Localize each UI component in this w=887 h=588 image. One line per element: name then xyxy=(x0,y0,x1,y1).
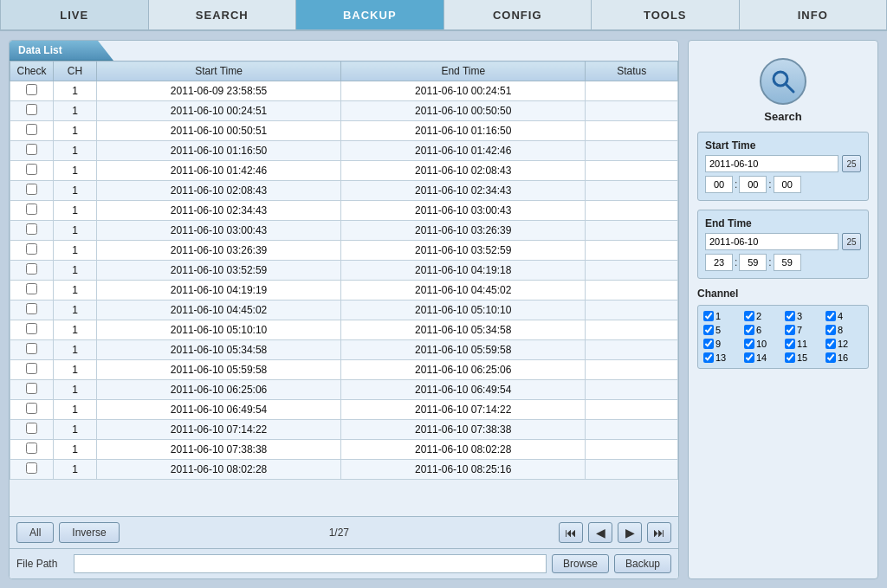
row-check[interactable] xyxy=(10,81,54,101)
row-ch: 1 xyxy=(54,81,97,101)
channel-checkbox-6[interactable] xyxy=(744,325,754,335)
row-checkbox[interactable] xyxy=(26,164,37,175)
row-check[interactable] xyxy=(10,420,54,440)
start-min-input[interactable] xyxy=(739,176,767,193)
row-ch: 1 xyxy=(54,380,97,400)
row-check[interactable] xyxy=(10,221,54,241)
row-checkbox[interactable] xyxy=(26,104,37,115)
channel-checkbox-3[interactable] xyxy=(785,311,795,321)
channel-checkbox-1[interactable] xyxy=(703,311,714,321)
row-check[interactable] xyxy=(10,300,54,320)
row-checkbox[interactable] xyxy=(26,363,37,374)
channel-checkbox-8[interactable] xyxy=(825,325,836,335)
start-sep2: : xyxy=(768,178,771,191)
nav-item-search[interactable]: SEARCH xyxy=(149,0,297,29)
start-hour-input[interactable] xyxy=(705,176,733,193)
first-page-button[interactable]: ⏮ xyxy=(559,522,583,543)
table-row: 1 2011-06-10 07:38:38 2011-06-10 08:02:2… xyxy=(10,440,678,460)
channel-checkbox-10[interactable] xyxy=(744,339,754,349)
row-check[interactable] xyxy=(10,340,54,360)
row-check[interactable] xyxy=(10,460,54,480)
prev-page-button[interactable]: ◀ xyxy=(588,522,612,543)
channel-checkbox-12[interactable] xyxy=(825,339,836,349)
row-checkbox[interactable] xyxy=(26,144,37,155)
channel-checkbox-7[interactable] xyxy=(785,325,795,335)
nav-item-live[interactable]: LIVE xyxy=(0,0,149,29)
row-check[interactable] xyxy=(10,400,54,420)
row-checkbox[interactable] xyxy=(26,283,37,294)
channel-checkbox-2[interactable] xyxy=(744,311,754,321)
last-page-button[interactable]: ⏭ xyxy=(647,522,671,543)
channel-item-16: 16 xyxy=(825,352,863,363)
file-path-input[interactable] xyxy=(74,554,547,573)
row-checkbox[interactable] xyxy=(26,263,37,275)
row-check[interactable] xyxy=(10,101,54,121)
row-start: 2011-06-10 00:24:51 xyxy=(97,101,341,121)
nav-item-info[interactable]: INFO xyxy=(740,0,888,29)
inverse-button[interactable]: Inverse xyxy=(59,522,119,543)
channel-checkbox-15[interactable] xyxy=(785,352,795,363)
table-row: 1 2011-06-10 05:10:10 2011-06-10 05:34:5… xyxy=(10,320,678,340)
end-date-input[interactable] xyxy=(705,233,838,250)
all-button[interactable]: All xyxy=(16,522,54,543)
backup-button[interactable]: Backup xyxy=(614,554,671,573)
channel-checkbox-13[interactable] xyxy=(703,352,714,363)
row-check[interactable] xyxy=(10,161,54,181)
row-end: 2011-06-10 04:19:18 xyxy=(341,261,586,281)
row-checkbox[interactable] xyxy=(26,443,37,454)
row-checkbox[interactable] xyxy=(26,243,37,255)
nav-item-tools[interactable]: TOOLS xyxy=(592,0,740,29)
nav-item-backup[interactable]: BACKUP xyxy=(296,0,444,29)
channel-checkbox-4[interactable] xyxy=(825,311,836,321)
row-checkbox[interactable] xyxy=(26,223,37,235)
table-wrapper[interactable]: Check CH Start Time End Time Status 1 20… xyxy=(10,61,678,516)
right-panel: Search Start Time 25 : : End Time 25 xyxy=(688,40,878,579)
nav-item-config[interactable]: CONFIG xyxy=(444,0,592,29)
channel-checkbox-9[interactable] xyxy=(703,339,714,349)
row-checkbox[interactable] xyxy=(26,403,37,414)
row-checkbox[interactable] xyxy=(26,184,37,195)
channel-item-13: 13 xyxy=(703,352,741,363)
row-check[interactable] xyxy=(10,281,54,300)
row-checkbox[interactable] xyxy=(26,323,37,334)
row-check[interactable] xyxy=(10,261,54,281)
row-check[interactable] xyxy=(10,241,54,261)
row-checkbox[interactable] xyxy=(26,124,37,135)
row-check[interactable] xyxy=(10,320,54,340)
end-min-input[interactable] xyxy=(739,254,767,271)
row-check[interactable] xyxy=(10,440,54,460)
row-check[interactable] xyxy=(10,201,54,221)
row-start: 2011-06-10 04:45:02 xyxy=(97,300,341,320)
row-status xyxy=(586,420,678,440)
end-calendar-button[interactable]: 25 xyxy=(842,233,861,250)
row-ch: 1 xyxy=(54,161,97,181)
row-ch: 1 xyxy=(54,320,97,340)
row-check[interactable] xyxy=(10,141,54,161)
start-sec-input[interactable] xyxy=(774,176,801,193)
row-checkbox[interactable] xyxy=(26,462,37,474)
row-check[interactable] xyxy=(10,360,54,380)
row-start: 2011-06-10 04:19:19 xyxy=(97,281,341,300)
start-date-input[interactable] xyxy=(705,155,838,172)
row-checkbox[interactable] xyxy=(26,343,37,354)
browse-button[interactable]: Browse xyxy=(552,554,609,573)
end-sec-input[interactable] xyxy=(774,254,801,271)
row-checkbox[interactable] xyxy=(26,303,37,314)
row-check[interactable] xyxy=(10,181,54,201)
row-end: 2011-06-10 02:08:43 xyxy=(341,161,586,181)
start-calendar-button[interactable]: 25 xyxy=(842,155,861,172)
end-hour-input[interactable] xyxy=(705,254,733,271)
row-checkbox[interactable] xyxy=(26,383,37,394)
row-check[interactable] xyxy=(10,380,54,400)
next-page-button[interactable]: ▶ xyxy=(618,522,642,543)
channel-checkbox-14[interactable] xyxy=(744,352,754,363)
row-checkbox[interactable] xyxy=(26,84,37,95)
search-button[interactable] xyxy=(760,58,806,105)
channel-checkbox-16[interactable] xyxy=(825,352,836,363)
row-check[interactable] xyxy=(10,121,54,141)
row-checkbox[interactable] xyxy=(26,423,37,434)
row-checkbox[interactable] xyxy=(26,204,37,215)
channel-checkbox-5[interactable] xyxy=(703,325,714,335)
channel-label-8: 8 xyxy=(838,325,843,335)
channel-checkbox-11[interactable] xyxy=(785,339,795,349)
